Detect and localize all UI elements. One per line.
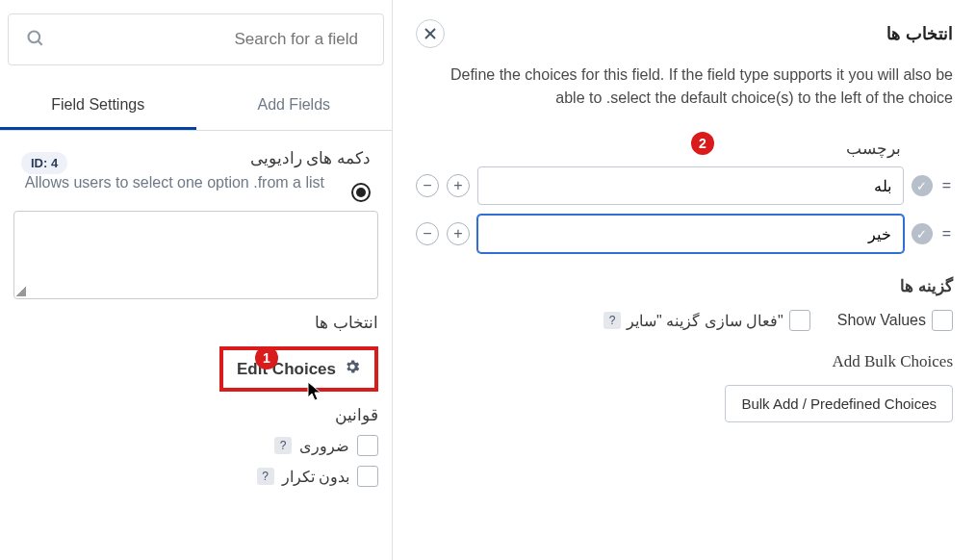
enable-other-option: ? فعال سازی گزینه "سایر"	[604, 310, 810, 331]
enable-other-checkbox[interactable]	[789, 310, 810, 331]
bulk-add-button[interactable]: Bulk Add / Predefined Choices	[725, 385, 953, 422]
show-values-option: Show Values	[837, 310, 953, 331]
tabs: Field Settings Add Fields	[0, 83, 392, 131]
rule-unique-row: ? بدون تکرار	[0, 466, 378, 487]
svg-point-0	[29, 31, 40, 42]
panel-description: Define the choices for this field. If th…	[416, 64, 953, 110]
show-values-checkbox[interactable]	[932, 310, 953, 331]
left-panel: Field Settings Add Fields ID: 4 دکمه های…	[0, 0, 393, 560]
add-choice-button[interactable]: +	[447, 222, 470, 245]
help-icon[interactable]: ?	[257, 468, 274, 485]
edit-choices-label: Edit Choices	[237, 360, 336, 379]
add-choice-button[interactable]: +	[447, 174, 470, 197]
close-button[interactable]	[416, 19, 445, 48]
search-input[interactable]	[45, 30, 366, 49]
help-icon[interactable]: ?	[604, 312, 621, 329]
default-choice-toggle[interactable]: ✓	[912, 175, 933, 196]
search-box[interactable]	[8, 13, 384, 65]
rule-required-label: ضروری	[299, 437, 349, 455]
options-row: ? فعال سازی گزینه "سایر" Show Values	[416, 310, 953, 331]
field-title: دکمه های رادیویی	[21, 148, 371, 168]
remove-choice-button[interactable]: −	[416, 222, 439, 245]
drag-handle-icon[interactable]: =	[940, 225, 953, 242]
rule-required-row: ? ضروری	[0, 435, 378, 456]
radio-icon	[351, 183, 371, 202]
rule-unique-label: بدون تکرار	[282, 468, 349, 486]
search-icon	[26, 29, 45, 51]
drag-handle-icon[interactable]: =	[940, 177, 953, 194]
choice-input[interactable]	[477, 215, 904, 253]
cursor-icon	[307, 381, 324, 407]
choice-row: − + ✓ =	[416, 215, 953, 253]
tab-field-settings[interactable]: Field Settings	[0, 83, 196, 130]
gear-icon	[344, 358, 361, 380]
panel-header: انتخاب ها	[416, 19, 953, 48]
panel-title: انتخاب ها	[886, 23, 953, 44]
svg-line-1	[39, 40, 42, 44]
id-badge: ID: 4	[21, 152, 67, 174]
rule-required-checkbox[interactable]	[357, 435, 378, 456]
bulk-choices-title: Add Bulk Choices	[416, 352, 953, 371]
remove-choice-button[interactable]: −	[416, 174, 439, 197]
help-icon[interactable]: ?	[274, 437, 292, 454]
right-panel: انتخاب ها Define the choices for this fi…	[393, 0, 976, 560]
choice-row: − + ✓ =	[416, 166, 953, 205]
tab-add-fields[interactable]: Add Fields	[196, 83, 393, 130]
annotation-badge-1: 1	[255, 346, 278, 369]
options-title: گزینه ها	[416, 276, 953, 296]
field-card: ID: 4 دکمه های رادیویی Allows users to s…	[8, 148, 384, 193]
annotation-badge-2: 2	[691, 132, 714, 155]
choice-input[interactable]	[477, 166, 904, 205]
preview-textarea[interactable]	[13, 211, 378, 299]
rules-section-label: قوانین	[0, 405, 378, 425]
enable-other-label: فعال سازی گزینه "سایر"	[627, 312, 783, 330]
rule-unique-checkbox[interactable]	[357, 466, 378, 487]
show-values-label: Show Values	[837, 312, 926, 329]
column-label: برچسب	[416, 139, 901, 159]
field-description: Allows users to select one option .from …	[21, 172, 371, 193]
choices-section-label: انتخاب ها	[0, 313, 378, 333]
edit-choices-button[interactable]: Edit Choices	[219, 346, 378, 392]
default-choice-toggle[interactable]: ✓	[912, 223, 933, 244]
